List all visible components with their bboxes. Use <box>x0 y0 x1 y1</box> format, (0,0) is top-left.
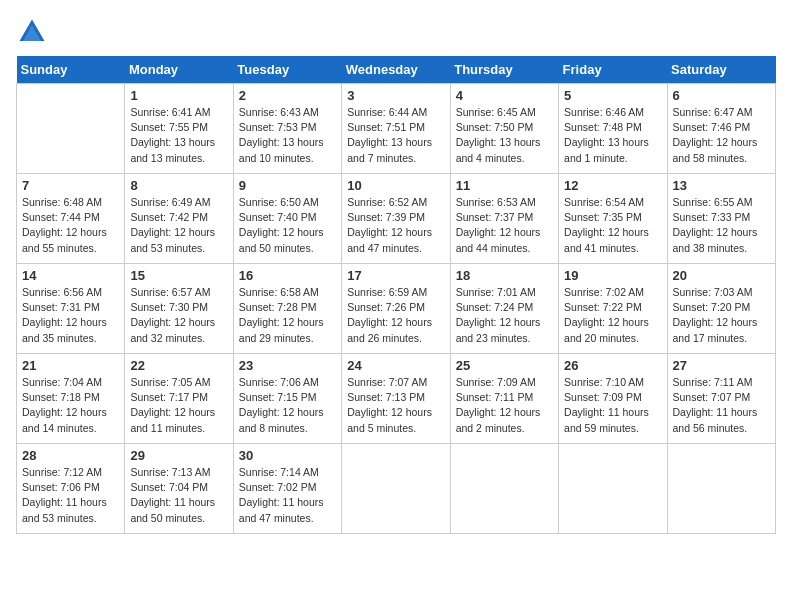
week-row-4: 21Sunrise: 7:04 AM Sunset: 7:18 PM Dayli… <box>17 354 776 444</box>
day-number: 27 <box>673 358 770 373</box>
cell-info: Sunrise: 6:58 AM Sunset: 7:28 PM Dayligh… <box>239 285 336 346</box>
calendar-cell: 11Sunrise: 6:53 AM Sunset: 7:37 PM Dayli… <box>450 174 558 264</box>
day-number: 6 <box>673 88 770 103</box>
day-number: 5 <box>564 88 661 103</box>
calendar-cell: 15Sunrise: 6:57 AM Sunset: 7:30 PM Dayli… <box>125 264 233 354</box>
day-number: 14 <box>22 268 119 283</box>
week-row-1: 1Sunrise: 6:41 AM Sunset: 7:55 PM Daylig… <box>17 84 776 174</box>
day-number: 25 <box>456 358 553 373</box>
calendar-cell: 17Sunrise: 6:59 AM Sunset: 7:26 PM Dayli… <box>342 264 450 354</box>
day-number: 11 <box>456 178 553 193</box>
cell-info: Sunrise: 6:59 AM Sunset: 7:26 PM Dayligh… <box>347 285 444 346</box>
day-number: 12 <box>564 178 661 193</box>
day-number: 10 <box>347 178 444 193</box>
cell-info: Sunrise: 6:45 AM Sunset: 7:50 PM Dayligh… <box>456 105 553 166</box>
logo <box>16 16 52 48</box>
calendar-cell: 22Sunrise: 7:05 AM Sunset: 7:17 PM Dayli… <box>125 354 233 444</box>
calendar-cell: 2Sunrise: 6:43 AM Sunset: 7:53 PM Daylig… <box>233 84 341 174</box>
cell-info: Sunrise: 7:06 AM Sunset: 7:15 PM Dayligh… <box>239 375 336 436</box>
day-header-wednesday: Wednesday <box>342 56 450 84</box>
day-number: 21 <box>22 358 119 373</box>
calendar-cell: 3Sunrise: 6:44 AM Sunset: 7:51 PM Daylig… <box>342 84 450 174</box>
cell-info: Sunrise: 6:48 AM Sunset: 7:44 PM Dayligh… <box>22 195 119 256</box>
cell-info: Sunrise: 7:10 AM Sunset: 7:09 PM Dayligh… <box>564 375 661 436</box>
day-number: 4 <box>456 88 553 103</box>
calendar-cell: 13Sunrise: 6:55 AM Sunset: 7:33 PM Dayli… <box>667 174 775 264</box>
week-row-2: 7Sunrise: 6:48 AM Sunset: 7:44 PM Daylig… <box>17 174 776 264</box>
day-number: 7 <box>22 178 119 193</box>
day-number: 24 <box>347 358 444 373</box>
cell-info: Sunrise: 7:12 AM Sunset: 7:06 PM Dayligh… <box>22 465 119 526</box>
cell-info: Sunrise: 7:11 AM Sunset: 7:07 PM Dayligh… <box>673 375 770 436</box>
week-row-5: 28Sunrise: 7:12 AM Sunset: 7:06 PM Dayli… <box>17 444 776 534</box>
day-number: 1 <box>130 88 227 103</box>
day-number: 28 <box>22 448 119 463</box>
cell-info: Sunrise: 7:14 AM Sunset: 7:02 PM Dayligh… <box>239 465 336 526</box>
calendar-cell: 30Sunrise: 7:14 AM Sunset: 7:02 PM Dayli… <box>233 444 341 534</box>
calendar-cell: 18Sunrise: 7:01 AM Sunset: 7:24 PM Dayli… <box>450 264 558 354</box>
week-row-3: 14Sunrise: 6:56 AM Sunset: 7:31 PM Dayli… <box>17 264 776 354</box>
day-header-saturday: Saturday <box>667 56 775 84</box>
cell-info: Sunrise: 6:46 AM Sunset: 7:48 PM Dayligh… <box>564 105 661 166</box>
calendar-cell: 16Sunrise: 6:58 AM Sunset: 7:28 PM Dayli… <box>233 264 341 354</box>
calendar-cell <box>667 444 775 534</box>
calendar-cell <box>342 444 450 534</box>
day-number: 17 <box>347 268 444 283</box>
day-header-tuesday: Tuesday <box>233 56 341 84</box>
day-number: 18 <box>456 268 553 283</box>
day-number: 20 <box>673 268 770 283</box>
cell-info: Sunrise: 6:57 AM Sunset: 7:30 PM Dayligh… <box>130 285 227 346</box>
calendar-cell: 8Sunrise: 6:49 AM Sunset: 7:42 PM Daylig… <box>125 174 233 264</box>
cell-info: Sunrise: 7:13 AM Sunset: 7:04 PM Dayligh… <box>130 465 227 526</box>
cell-info: Sunrise: 6:50 AM Sunset: 7:40 PM Dayligh… <box>239 195 336 256</box>
day-number: 16 <box>239 268 336 283</box>
cell-info: Sunrise: 6:47 AM Sunset: 7:46 PM Dayligh… <box>673 105 770 166</box>
calendar-cell: 27Sunrise: 7:11 AM Sunset: 7:07 PM Dayli… <box>667 354 775 444</box>
calendar-cell: 21Sunrise: 7:04 AM Sunset: 7:18 PM Dayli… <box>17 354 125 444</box>
day-number: 13 <box>673 178 770 193</box>
cell-info: Sunrise: 6:53 AM Sunset: 7:37 PM Dayligh… <box>456 195 553 256</box>
day-number: 23 <box>239 358 336 373</box>
cell-info: Sunrise: 6:55 AM Sunset: 7:33 PM Dayligh… <box>673 195 770 256</box>
calendar-cell: 9Sunrise: 6:50 AM Sunset: 7:40 PM Daylig… <box>233 174 341 264</box>
cell-info: Sunrise: 7:02 AM Sunset: 7:22 PM Dayligh… <box>564 285 661 346</box>
day-number: 22 <box>130 358 227 373</box>
calendar-cell: 28Sunrise: 7:12 AM Sunset: 7:06 PM Dayli… <box>17 444 125 534</box>
header-row: SundayMondayTuesdayWednesdayThursdayFrid… <box>17 56 776 84</box>
calendar-cell: 1Sunrise: 6:41 AM Sunset: 7:55 PM Daylig… <box>125 84 233 174</box>
day-number: 26 <box>564 358 661 373</box>
day-header-monday: Monday <box>125 56 233 84</box>
cell-info: Sunrise: 6:44 AM Sunset: 7:51 PM Dayligh… <box>347 105 444 166</box>
calendar-cell: 24Sunrise: 7:07 AM Sunset: 7:13 PM Dayli… <box>342 354 450 444</box>
day-number: 29 <box>130 448 227 463</box>
cell-info: Sunrise: 6:52 AM Sunset: 7:39 PM Dayligh… <box>347 195 444 256</box>
day-header-friday: Friday <box>559 56 667 84</box>
cell-info: Sunrise: 7:09 AM Sunset: 7:11 PM Dayligh… <box>456 375 553 436</box>
calendar-cell: 20Sunrise: 7:03 AM Sunset: 7:20 PM Dayli… <box>667 264 775 354</box>
calendar-cell: 10Sunrise: 6:52 AM Sunset: 7:39 PM Dayli… <box>342 174 450 264</box>
page-header <box>16 16 776 48</box>
calendar-cell: 29Sunrise: 7:13 AM Sunset: 7:04 PM Dayli… <box>125 444 233 534</box>
calendar-cell <box>559 444 667 534</box>
day-header-sunday: Sunday <box>17 56 125 84</box>
calendar-table: SundayMondayTuesdayWednesdayThursdayFrid… <box>16 56 776 534</box>
calendar-cell: 19Sunrise: 7:02 AM Sunset: 7:22 PM Dayli… <box>559 264 667 354</box>
day-number: 19 <box>564 268 661 283</box>
logo-icon <box>16 16 48 48</box>
calendar-cell: 4Sunrise: 6:45 AM Sunset: 7:50 PM Daylig… <box>450 84 558 174</box>
calendar-cell <box>17 84 125 174</box>
cell-info: Sunrise: 6:41 AM Sunset: 7:55 PM Dayligh… <box>130 105 227 166</box>
day-number: 2 <box>239 88 336 103</box>
day-number: 9 <box>239 178 336 193</box>
cell-info: Sunrise: 6:49 AM Sunset: 7:42 PM Dayligh… <box>130 195 227 256</box>
cell-info: Sunrise: 6:43 AM Sunset: 7:53 PM Dayligh… <box>239 105 336 166</box>
cell-info: Sunrise: 7:03 AM Sunset: 7:20 PM Dayligh… <box>673 285 770 346</box>
day-number: 30 <box>239 448 336 463</box>
cell-info: Sunrise: 7:05 AM Sunset: 7:17 PM Dayligh… <box>130 375 227 436</box>
calendar-cell: 6Sunrise: 6:47 AM Sunset: 7:46 PM Daylig… <box>667 84 775 174</box>
calendar-cell: 26Sunrise: 7:10 AM Sunset: 7:09 PM Dayli… <box>559 354 667 444</box>
calendar-cell: 12Sunrise: 6:54 AM Sunset: 7:35 PM Dayli… <box>559 174 667 264</box>
calendar-cell: 23Sunrise: 7:06 AM Sunset: 7:15 PM Dayli… <box>233 354 341 444</box>
cell-info: Sunrise: 7:04 AM Sunset: 7:18 PM Dayligh… <box>22 375 119 436</box>
day-header-thursday: Thursday <box>450 56 558 84</box>
